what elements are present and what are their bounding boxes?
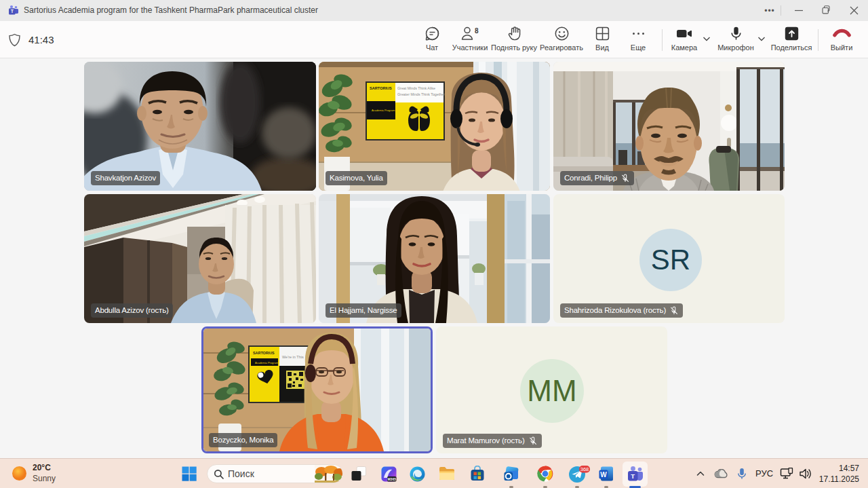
svg-text:Academia Program: Academia Program: [372, 109, 395, 112]
svg-text:8: 8: [475, 27, 479, 35]
svg-text:Great Minds Think Alike: Great Minds Think Alike: [397, 86, 435, 90]
svg-text:368: 368: [580, 466, 589, 472]
svg-text:T: T: [11, 9, 14, 14]
svg-text:Greater Minds Think Together: Greater Minds Think Together: [397, 92, 445, 96]
svg-text:SARTORIUS: SARTORIUS: [253, 351, 275, 355]
svg-text:We're in This: We're in This: [282, 355, 304, 359]
svg-text:SARTORIUS: SARTORIUS: [370, 86, 392, 90]
svg-text:W: W: [600, 471, 607, 478]
svg-text:Academia Program: Academia Program: [255, 361, 279, 364]
svg-text:T: T: [631, 472, 635, 480]
svg-text:M365: M365: [387, 477, 396, 481]
